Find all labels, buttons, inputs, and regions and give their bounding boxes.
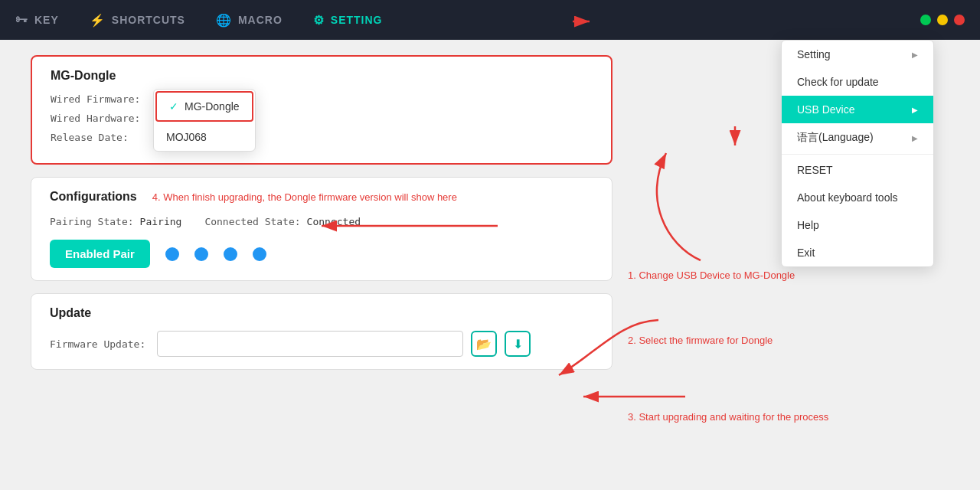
menu-exit-label: Exit — [797, 247, 815, 259]
menu-usb-device-label: USB Device — [797, 103, 854, 116]
annotation-2: 2. Select the firmware for Dongle — [628, 335, 773, 346]
dot-2 — [194, 247, 208, 261]
menu-language-label: 语言(Language) — [797, 131, 874, 145]
mg-dongle-card: MG-Dongle Wired Firmware: V3.1.0 Wired H… — [31, 55, 612, 165]
dropdown-menu: Setting ▶ Check for update USB Device ▶ … — [781, 40, 934, 267]
macro-icon: 🌐 — [216, 13, 232, 28]
menu-reset-label: RESET — [797, 164, 833, 176]
key-icon: 🗝 — [15, 13, 28, 27]
menu-item-setting[interactable]: Setting ▶ — [782, 41, 933, 68]
wired-hardware-row: Wired Hardware: V1.4.0 — [51, 113, 593, 124]
usb-device-submenu: ✓ MG-Dongle MOJ068 — [153, 89, 256, 152]
nav-key-label: KEY — [34, 14, 59, 26]
minimize-button[interactable] — [937, 15, 948, 25]
nav-macro-label: MACRO — [238, 14, 283, 26]
shortcuts-icon: ⚡ — [90, 13, 106, 28]
submenu-mg-dongle[interactable]: ✓ MG-Dongle — [155, 91, 253, 122]
annotation-1: 1. Change USB Device to MG-Dongle — [628, 270, 795, 281]
menu-item-help[interactable]: Help — [782, 211, 933, 239]
download-icon: ⬇ — [513, 337, 523, 351]
browse-button[interactable]: 📂 — [471, 331, 497, 357]
window-controls — [920, 15, 965, 25]
nav-menu: 🗝 KEY ⚡ SHORTCUTS 🌐 MACRO ⚙ SETTING — [15, 13, 382, 28]
maximize-button[interactable] — [920, 15, 931, 25]
download-button[interactable]: ⬇ — [505, 331, 531, 357]
menu-item-language[interactable]: 语言(Language) ▶ — [782, 123, 933, 152]
pairing-state-label: Pairing State: — [50, 216, 134, 227]
submenu-mojo68[interactable]: MOJ068 — [154, 123, 255, 151]
enabled-pair-button[interactable]: Enabled Pair — [50, 240, 150, 268]
check-icon: ✓ — [169, 100, 178, 113]
annotation-3: 3. Start upgrading and waiting for the p… — [628, 411, 828, 423]
mg-dongle-title: MG-Dongle — [51, 69, 593, 83]
dot-4 — [253, 247, 266, 261]
wired-hardware-label: Wired Hardware: — [51, 113, 165, 124]
pairing-area: Enabled Pair — [50, 240, 593, 268]
menu-item-check-update[interactable]: Check for update — [782, 68, 933, 96]
connected-state-label: Connected State: — [204, 216, 300, 227]
configurations-card: Configurations 4. When finish upgrading,… — [31, 177, 612, 281]
nav-setting-label: SETTING — [331, 14, 383, 26]
wired-firmware-label: Wired Firmware: — [51, 93, 165, 105]
menu-item-usb-device[interactable]: USB Device ▶ — [782, 96, 933, 123]
connected-state-group: Connected State: Connected — [204, 216, 361, 227]
nav-shortcuts[interactable]: ⚡ SHORTCUTS — [90, 13, 185, 28]
nav-key[interactable]: 🗝 KEY — [15, 13, 59, 27]
dot-3 — [224, 247, 237, 261]
menu-check-update-label: Check for update — [797, 76, 879, 88]
menu-item-about[interactable]: About keyboard tools — [782, 184, 933, 211]
left-panel: MG-Dongle Wired Firmware: V3.1.0 Wired H… — [31, 55, 612, 475]
menu-item-reset[interactable]: RESET — [782, 156, 933, 184]
close-button[interactable] — [954, 15, 965, 25]
config-header: Configurations 4. When finish upgrading,… — [50, 190, 593, 204]
config-hint: 4. When finish upgrading, the Dongle fir… — [152, 191, 457, 203]
nav-setting[interactable]: ⚙ SETTING — [313, 13, 383, 28]
setting-icon: ⚙ — [313, 13, 325, 28]
pairing-state-group: Pairing State: Pairing — [50, 216, 181, 227]
pairing-state-value: Pairing — [140, 216, 182, 227]
release-date-row: Release Date: 202208121830 — [51, 132, 593, 143]
update-card: Update Firmware Update: 📂 ⬇ — [31, 293, 612, 370]
config-title: Configurations — [50, 190, 137, 204]
config-states: Pairing State: Pairing Connected State: … — [50, 216, 593, 227]
update-title: Update — [50, 306, 593, 320]
firmware-input[interactable] — [157, 331, 463, 357]
firmware-row: Firmware Update: 📂 ⬇ — [50, 331, 593, 357]
menu-help-label: Help — [797, 219, 819, 231]
chevron-right-lang-icon: ▶ — [912, 134, 918, 142]
titlebar: 🗝 KEY ⚡ SHORTCUTS 🌐 MACRO ⚙ SETTING — [0, 0, 980, 40]
menu-divider — [782, 154, 933, 155]
menu-setting-label: Setting — [797, 48, 831, 60]
menu-item-exit[interactable]: Exit — [782, 239, 933, 266]
chevron-right-usb-icon: ▶ — [912, 106, 918, 114]
submenu-mg-dongle-label: MG-Dongle — [185, 100, 240, 113]
chevron-right-icon: ▶ — [912, 51, 918, 59]
nav-shortcuts-label: SHORTCUTS — [112, 14, 185, 26]
firmware-update-label: Firmware Update: — [50, 338, 149, 350]
folder-icon: 📂 — [476, 337, 492, 351]
connected-state-value: Connected — [307, 216, 361, 227]
submenu-mojo68-label: MOJ068 — [166, 131, 207, 143]
menu-about-label: About keyboard tools — [797, 191, 898, 204]
nav-macro[interactable]: 🌐 MACRO — [216, 13, 283, 28]
release-date-label: Release Date: — [51, 132, 165, 143]
dot-1 — [165, 247, 179, 261]
wired-firmware-row: Wired Firmware: V3.1.0 — [51, 93, 593, 105]
